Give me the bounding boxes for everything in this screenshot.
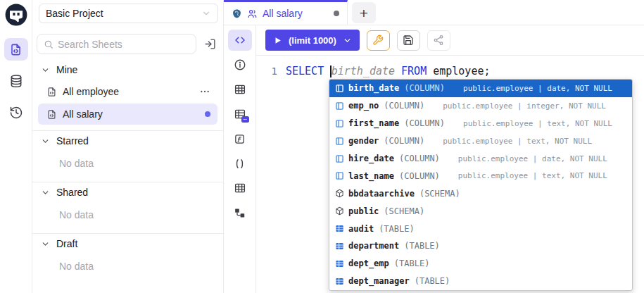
tab-all-salary[interactable]: All salary [224, 0, 348, 25]
suggestion-name: dept_emp [348, 258, 389, 268]
editor-rail-procedures[interactable] [228, 153, 252, 174]
chevron-down-icon[interactable] [343, 36, 352, 45]
autocomplete-item[interactable]: first_name (COLUMN) public.employee | te… [329, 115, 632, 132]
suggestion-kind: (COLUMN) [384, 101, 424, 111]
table-list-icon [234, 83, 246, 96]
sql-statement-tail: employee; [433, 65, 490, 78]
schema-cube-icon [334, 189, 344, 199]
autocomplete-item[interactable]: gender (COLUMN) public.employee | text, … [329, 132, 632, 150]
column-icon [334, 118, 344, 128]
run-query-button[interactable]: (limit 1000) [265, 30, 360, 51]
more-ellipsis-icon[interactable] [199, 86, 210, 97]
line-number: 1 [256, 65, 277, 78]
share-icon [433, 35, 444, 46]
er-diagram-badge [241, 116, 249, 123]
autocomplete-item[interactable]: last_name (COLUMN) public.employee | tex… [329, 167, 632, 185]
table-grid-icon [334, 224, 344, 234]
schema-diagram-icon [234, 207, 246, 219]
collapse-sidebar-icon[interactable] [201, 36, 218, 53]
suggestion-detail: public.employee | text, NOT NULL [458, 171, 607, 180]
function-icon [234, 133, 246, 145]
suggestion-kind: (COLUMN) [399, 171, 440, 181]
sheet-item-all-salary[interactable]: All salary [38, 104, 217, 125]
suggestion-kind: (TABLE) [404, 241, 440, 251]
suggestion-name: department [348, 241, 399, 251]
suggestion-name: dept_manager [348, 276, 410, 286]
section-mine-label: Mine [56, 64, 77, 75]
autocomplete-item[interactable]: dept_emp (TABLE) [329, 255, 632, 273]
sheet-item-label: All employee [63, 86, 119, 97]
autocomplete-item[interactable]: emp_no (COLUMN) public.employee | intege… [329, 97, 632, 115]
bytebase-logo [4, 3, 28, 27]
column-icon [334, 136, 344, 146]
autocomplete-item[interactable]: hire_date (COLUMN) public.employee | dat… [329, 150, 632, 168]
editor-rail-external-tables[interactable] [228, 177, 252, 199]
editor-rail-code[interactable] [228, 30, 252, 51]
section-shared-label: Shared [56, 187, 88, 198]
autocomplete-item[interactable]: dept_manager (TABLE) [329, 273, 632, 290]
suggestion-name: audit [348, 224, 374, 234]
sql-editor[interactable]: 1SELECT birth_date FROM employee; [256, 56, 644, 293]
postgres-elephant-icon [232, 8, 242, 19]
chevron-down-icon [41, 188, 50, 197]
sheet-item-all-employee[interactable]: All employee [38, 81, 217, 102]
editor-rail-functions[interactable] [228, 128, 252, 149]
search-sheets-input[interactable] [58, 39, 189, 50]
share-sheet-button[interactable] [427, 30, 450, 51]
column-icon [334, 83, 344, 93]
autocomplete-item[interactable]: department (TABLE) [329, 237, 632, 255]
sidebar-item-sheets[interactable] [4, 38, 28, 61]
section-draft[interactable]: Draft [38, 234, 217, 254]
sql-editor-app: Basic Project Mi [0, 0, 644, 293]
save-sheet-button[interactable] [397, 30, 420, 51]
autocomplete-item[interactable]: audit (TABLE) [329, 220, 632, 237]
new-tab-button[interactable]: + [352, 2, 376, 23]
schema-cube-icon [334, 206, 344, 216]
table-grid-icon [334, 276, 344, 286]
sheet-item-label: All salary [63, 108, 103, 120]
section-mine[interactable]: Mine [38, 60, 217, 80]
suggestion-name: gender [348, 136, 379, 146]
section-shared[interactable]: Shared [38, 182, 217, 202]
autocomplete-item[interactable]: birth_date (COLUMN) public.employee | da… [329, 80, 632, 97]
run-button-label: (limit 1000) [289, 35, 336, 46]
starred-empty-text: No data [38, 151, 217, 176]
autocomplete-item[interactable]: public (SCHEMA) [329, 202, 632, 220]
suggestion-name: bbdataarchive [348, 189, 415, 199]
suggestion-detail: public.employee | text, NOT NULL [443, 137, 592, 146]
section-starred[interactable]: Starred [38, 131, 217, 151]
chevron-down-icon [201, 8, 211, 18]
project-selector-value: Basic Project [46, 8, 103, 19]
sheets-icon [9, 43, 23, 56]
chevron-down-icon [41, 137, 50, 146]
editor-rail-info[interactable] [228, 54, 252, 75]
sheet-file-icon [46, 87, 57, 97]
editor-rail-tables[interactable] [228, 79, 252, 100]
suggestion-kind: (SCHEMA) [419, 189, 460, 199]
suggestion-detail: public.employee | integer, NOT NULL [443, 101, 606, 111]
unsaved-dot [205, 111, 210, 117]
editor-rail-er-diagram[interactable] [228, 104, 252, 125]
search-row [37, 34, 218, 54]
sidebar-item-history[interactable] [4, 101, 28, 124]
editor-rail-schema-diagram[interactable] [228, 202, 252, 223]
plus-icon: + [360, 6, 368, 20]
save-icon [403, 35, 414, 46]
editor-toolbar: (limit 1000) [256, 25, 644, 56]
sql-keyword-from: FROM [401, 65, 433, 78]
suggestion-name: hire_date [348, 154, 394, 163]
tab-title: All salary [263, 8, 303, 19]
ghost-suggestion-text: birth_date [332, 65, 401, 78]
sidebar-item-databases[interactable] [4, 70, 28, 92]
autocomplete-dropdown: birth_date (COLUMN) public.employee | da… [329, 79, 633, 291]
tab-dot [334, 11, 339, 16]
project-selector[interactable]: Basic Project [39, 4, 218, 23]
query-settings-button[interactable] [367, 30, 390, 51]
editor-column: (limit 1000) [256, 25, 644, 293]
search-box [37, 34, 196, 54]
suggestion-name: first_name [348, 118, 399, 128]
autocomplete-item[interactable]: bbdataarchive (SCHEMA) [329, 185, 632, 202]
search-icon [44, 39, 53, 49]
suggestion-kind: (COLUMN) [399, 154, 440, 163]
draft-empty-text: No data [38, 254, 217, 279]
